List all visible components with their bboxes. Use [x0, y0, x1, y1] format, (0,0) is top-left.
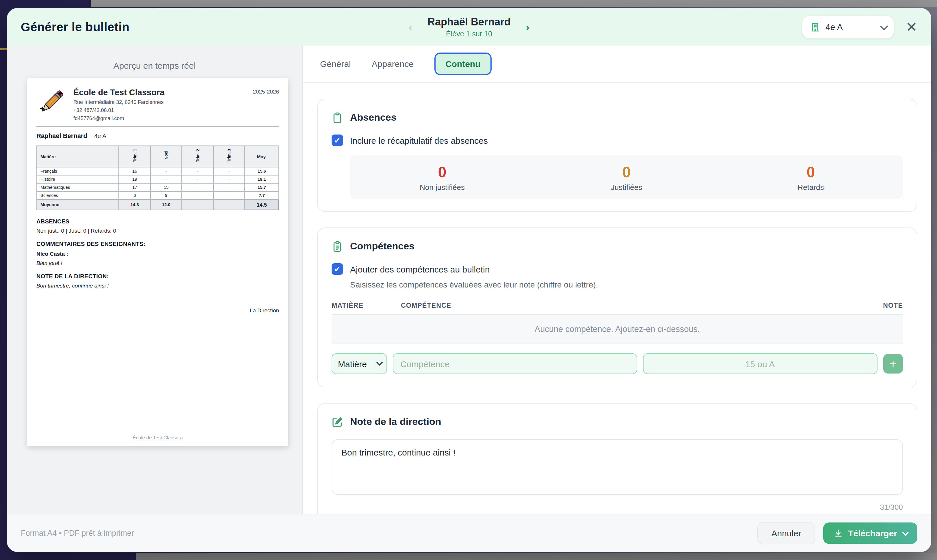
- grades-row: Histoire 19 - - - 19.1: [37, 175, 279, 183]
- preview-comment-teacher: Nico Casta :: [36, 251, 279, 257]
- absences-card: Absences ✓ Inclure le récapitulatif des …: [317, 99, 917, 212]
- modal-footer: Format A4 • PDF prêt à imprimer Annuler …: [7, 514, 931, 552]
- stat-retards: 0 Retards: [719, 163, 903, 192]
- add-competence-button[interactable]: +: [883, 354, 903, 374]
- preview-comments-title: COMMENTAIRES DES ENSEIGNANTS:: [36, 241, 279, 247]
- report-preview-sheet: École de Test Classora Rue Intermédiaire…: [27, 78, 288, 446]
- preview-student-line: Raphaël Bernard 4e A: [36, 132, 279, 139]
- download-button[interactable]: Télécharger: [823, 523, 917, 544]
- grades-row: Sciences 6 9 - - 7.7: [37, 191, 279, 200]
- student-name: Raphaël Bernard: [427, 16, 511, 28]
- col-trim3: Trim. 3: [227, 149, 231, 162]
- school-logo-pencil: [36, 86, 68, 121]
- settings-panel: Général Apparence Contenu: [303, 46, 931, 514]
- header-actions: 4e A ✕: [802, 15, 917, 38]
- student-position: Élève 1 sur 10: [427, 30, 511, 38]
- header-competence: COMPÉTENCE: [401, 302, 860, 309]
- browser-top-bar: [91, 0, 937, 7]
- direction-note-title: Note de la direction: [350, 416, 441, 428]
- preview-divider: [36, 126, 279, 127]
- preview-school-year: 2025-2026: [253, 88, 279, 121]
- preview-direction-text: Bon trimestre, continue ainsi !: [36, 282, 279, 289]
- signature-label: La Direction: [226, 307, 279, 314]
- plus-icon: +: [890, 357, 896, 370]
- col-moy: Moy.: [245, 146, 279, 167]
- checkbox-checked-icon[interactable]: ✓: [331, 134, 343, 146]
- chevron-left-icon[interactable]: ‹: [409, 21, 413, 32]
- competence-add-row: Matière +: [331, 353, 903, 374]
- tab-apparence[interactable]: Apparence: [372, 59, 414, 69]
- cancel-button[interactable]: Annuler: [758, 522, 815, 545]
- signature-block: La Direction: [226, 304, 279, 314]
- grades-row: Mathématiques 17 15 - - 15.7: [37, 183, 279, 191]
- download-label: Télécharger: [848, 528, 897, 538]
- chevron-down-icon: [880, 22, 888, 30]
- stat-value: 0: [719, 163, 903, 181]
- clipboard-list-icon: [331, 241, 343, 252]
- modal-header: Générer le bulletin ‹ Raphaël Bernard Él…: [7, 8, 931, 46]
- tab-general[interactable]: Général: [320, 59, 351, 69]
- modal-title: Générer le bulletin: [7, 20, 129, 34]
- preview-school-address: Rue Intermédiaire 32, 6240 Farciennes: [73, 99, 247, 105]
- stat-label: Justifiées: [534, 183, 719, 192]
- header-matiere: MATIÈRE: [331, 302, 401, 309]
- stat-value: 0: [534, 163, 719, 181]
- building-icon: [810, 22, 820, 32]
- grades-row: Français 16 - - - 15.6: [37, 167, 279, 175]
- chevron-right-icon[interactable]: ›: [526, 21, 529, 32]
- preview-student-class: 4e A: [94, 132, 106, 139]
- student-navigator: ‹ Raphaël Bernard Élève 1 sur 10 ›: [409, 16, 530, 38]
- tab-content: Absences ✓ Inclure le récapitulatif des …: [303, 83, 931, 514]
- close-icon[interactable]: ✕: [906, 20, 917, 34]
- include-absences-label: Inclure le récapitulatif des absences: [350, 135, 488, 145]
- stat-label: Non justifiées: [350, 183, 534, 192]
- class-selector[interactable]: 4e A: [802, 15, 894, 38]
- student-info: Raphaël Bernard Élève 1 sur 10: [427, 16, 511, 38]
- note-input[interactable]: [643, 353, 877, 374]
- col-trim1: Trim. 1: [133, 149, 137, 162]
- checkbox-checked-icon[interactable]: ✓: [331, 263, 343, 275]
- direction-note-textarea[interactable]: Bon trimestre, continue ainsi !: [331, 439, 903, 495]
- stat-value: 0: [350, 163, 534, 181]
- format-info: Format A4 • PDF prêt à imprimer: [21, 529, 758, 537]
- add-competences-row[interactable]: ✓ Ajouter des compétences au bulletin: [331, 263, 903, 275]
- generate-report-modal: Générer le bulletin ‹ Raphaël Bernard Él…: [7, 8, 931, 552]
- tab-bar: Général Apparence Contenu: [303, 46, 931, 83]
- preview-student-name: Raphaël Bernard: [36, 132, 87, 139]
- char-counter: 31/300: [331, 503, 903, 511]
- grades-header-row: Matière Trim. 1 Noel Trim. 2 Trim. 3 Moy…: [37, 146, 279, 167]
- download-icon: [834, 529, 843, 538]
- add-competences-label: Ajouter des compétences au bulletin: [350, 264, 490, 274]
- clipboard-icon: [331, 112, 343, 123]
- absence-stats: 0 Non justifiées 0 Justifiées 0 Retards: [350, 155, 903, 198]
- absences-title: Absences: [350, 112, 396, 123]
- chevron-down-icon: [902, 529, 909, 536]
- preview-comment-text: Bien joué !: [36, 260, 279, 266]
- competences-table-header: MATIÈRE COMPÉTENCE NOTE: [331, 302, 903, 315]
- stat-label: Retards: [719, 183, 903, 192]
- preview-school-phone: +32 487/42.06.01: [73, 108, 247, 113]
- competence-input[interactable]: [393, 353, 637, 374]
- screen-background: Générer le bulletin ‹ Raphaël Bernard Él…: [0, 0, 937, 560]
- competences-title: Compétences: [350, 241, 415, 252]
- direction-note-card: Note de la direction Bon trimestre, cont…: [317, 403, 917, 514]
- col-trim2: Trim. 2: [196, 149, 200, 162]
- competences-helper-text: Saisissez les compétences évaluées avec …: [350, 280, 903, 289]
- grades-table: Matière Trim. 1 Noel Trim. 2 Trim. 3 Moy…: [36, 146, 279, 210]
- class-selector-value: 4e A: [826, 22, 875, 32]
- tab-contenu[interactable]: Contenu: [435, 52, 492, 75]
- header-note: NOTE: [860, 302, 903, 309]
- chevron-down-icon: [376, 359, 383, 366]
- matiere-select[interactable]: Matière: [331, 353, 387, 374]
- preview-footer-school: École de Test Classora: [27, 435, 288, 440]
- competences-empty-state: Aucune compétence. Ajoutez-en ci-dessous…: [331, 315, 903, 343]
- preview-panel: Aperçu en temps réel: [7, 46, 303, 514]
- preview-absences-text: Non just.: 0 | Just.: 0 | Retards: 0: [36, 228, 279, 234]
- preview-school-name: École de Test Classora: [73, 88, 247, 97]
- col-matiere: Matière: [37, 146, 119, 167]
- signature-line: [226, 304, 279, 304]
- stat-justifiees: 0 Justifiées: [534, 163, 719, 192]
- preview-school-email: fd457764@gmail.com: [73, 115, 247, 121]
- include-absences-row[interactable]: ✓ Inclure le récapitulatif des absences: [331, 134, 903, 146]
- preview-absences-title: ABSENCES: [36, 218, 279, 225]
